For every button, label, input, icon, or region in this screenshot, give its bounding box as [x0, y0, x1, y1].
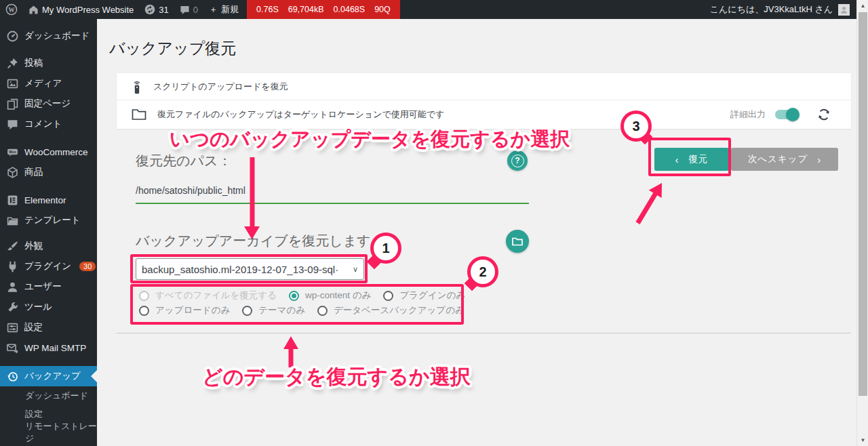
sidebar-item-wp-mail-smtp[interactable]: WP Mail SMTP	[0, 338, 97, 358]
sidebar-item-dashboard[interactable]: ダッシュボード	[0, 26, 97, 46]
step-number: 1	[382, 241, 389, 256]
panel-divider	[117, 333, 851, 333]
sidebar-item-templates[interactable]: テンプレート	[0, 210, 97, 230]
toggle-knob	[786, 108, 800, 121]
question-icon: ?	[511, 155, 524, 167]
sidebar-item-backup[interactable]: バックアップ	[0, 366, 97, 386]
pin-icon	[7, 58, 18, 69]
updates-icon	[144, 4, 155, 15]
sidebar-item-label: ユーザー	[24, 281, 62, 293]
sidebar-item-label: バックアップ	[24, 370, 81, 382]
verbose-output-toggle[interactable]	[775, 110, 798, 119]
wordpress-logo-icon[interactable]: W	[0, 0, 23, 19]
verbose-output-control: 詳細出力	[730, 100, 831, 129]
sidebar-item-label: プラグイン	[24, 260, 71, 272]
submenu-item-dashboard[interactable]: ダッシュボード	[0, 386, 97, 405]
input-underline	[136, 203, 529, 204]
user-icon	[7, 281, 18, 293]
site-menu[interactable]: My WordPress Website	[23, 0, 139, 19]
sidebar-item-label: テンプレート	[24, 214, 81, 226]
panel-row-backup-available: 復元ファイルのバックアップはターゲットロケーションで使用可能です 詳細出力	[117, 100, 851, 129]
brush-icon	[7, 241, 18, 252]
sidebar-item-label: ツール	[24, 301, 52, 313]
new-label: 新規	[221, 3, 239, 16]
stat-page-time: 0.76S	[256, 5, 279, 14]
pages-icon	[7, 98, 18, 110]
comment-icon	[180, 5, 190, 15]
annotation-top-text: いつのバックアップデータを復元するか選択	[170, 126, 570, 153]
updates-menu[interactable]: 31	[139, 0, 174, 19]
elementor-icon	[7, 195, 18, 206]
browse-archives-button[interactable]	[506, 230, 529, 253]
annotation-select-box	[130, 254, 368, 283]
query-monitor-stats[interactable]: 0.76S 69,704kB 0.0468S 90Q	[247, 0, 400, 19]
annotation-step1-circle: 1	[370, 232, 401, 264]
sidebar-item-label: メディア	[24, 77, 62, 89]
panel-row1-label: スクリプトのアップロードを復元	[153, 81, 288, 93]
skip-next-button[interactable]: 次へスキップ ›	[731, 148, 838, 171]
comments-menu[interactable]: 0	[174, 0, 203, 19]
submenu-label: リモートストレージ	[25, 420, 97, 445]
step-number: 2	[479, 264, 486, 280]
restore-panel-header: スクリプトのアップロードを復元 復元ファイルのバックアップはターゲットロケーショ…	[117, 73, 851, 129]
scrollbar-up-arrow[interactable]: ▲	[857, 3, 868, 9]
folder-white-icon	[512, 237, 523, 246]
comments-icon	[7, 119, 18, 130]
active-menu-notch	[91, 370, 97, 382]
skip-button-label: 次へスキップ	[748, 153, 808, 165]
panel-row2-label: 復元ファイルのバックアップはターゲットロケーションで使用可能です	[157, 108, 444, 121]
avatar	[838, 4, 850, 16]
plugin-update-badge: 30	[79, 262, 96, 271]
verbose-output-label: 詳細出力	[730, 108, 766, 121]
sidebar-item-settings[interactable]: 設定	[0, 317, 97, 338]
sidebar-item-label: 外観	[24, 240, 43, 252]
new-content-menu[interactable]: ＋ 新規	[203, 0, 244, 19]
sidebar-item-media[interactable]: メディア	[0, 73, 97, 94]
sidebar-item-plugins[interactable]: プラグイン 30	[0, 256, 97, 277]
sidebar-item-comments[interactable]: コメント	[0, 114, 97, 134]
scrollbar-down-arrow[interactable]: ▼	[857, 437, 868, 443]
admin-sidebar: ダッシュボード 投稿 メディア 固定ページ コメント Woo W	[0, 19, 97, 446]
sidebar-item-users[interactable]: ユーザー	[0, 277, 97, 297]
site-name: My WordPress Website	[42, 5, 134, 15]
submenu-item-remote-storage[interactable]: リモートストレージ	[0, 423, 97, 441]
account-menu[interactable]: こんにちは、JV3KkaLtkH さん	[710, 3, 856, 16]
sidebar-item-pages[interactable]: 固定ページ	[0, 94, 97, 114]
sidebar-item-products[interactable]: 商品	[0, 162, 97, 182]
submenu-label: ダッシュボード	[25, 390, 88, 402]
sidebar-item-label: 設定	[24, 321, 43, 333]
home-icon	[28, 5, 39, 15]
panel-row-upload-restore: スクリプトのアップロードを復元	[117, 73, 851, 100]
settings-icon	[7, 322, 18, 333]
sidebar-item-woocommerce[interactable]: Woo WooCommerce	[0, 142, 97, 162]
annotation-arrow-diagonal	[625, 176, 673, 231]
screen: W My WordPress Website 31 0 ＋ 新規 0.76S 6…	[0, 0, 868, 446]
folder-icon	[7, 215, 18, 226]
sidebar-item-appearance[interactable]: 外観	[0, 236, 97, 256]
plugin-icon	[7, 261, 18, 272]
stat-memory: 69,704kB	[288, 5, 324, 14]
sidebar-item-posts[interactable]: 投稿	[0, 53, 97, 73]
annotation-bottom-text: どのデータを復元するか選択	[202, 363, 471, 391]
page-title: バックアップ復元	[109, 38, 236, 59]
annotation-step2-circle: 2	[467, 256, 498, 287]
sidebar-item-tools[interactable]: ツール	[0, 297, 97, 317]
annotation-arrow-down	[239, 157, 266, 241]
admin-bar: W My WordPress Website 31 0 ＋ 新規 0.76S 6…	[0, 0, 856, 19]
remote-upload-icon	[132, 79, 142, 94]
refresh-button[interactable]	[817, 108, 831, 121]
stat-query-count: 90Q	[374, 5, 391, 14]
annotation-step3-circle: 3	[620, 110, 652, 142]
step-number: 3	[632, 119, 639, 134]
submenu-label: 設定	[25, 408, 43, 420]
mail-icon	[7, 342, 18, 354]
woocommerce-icon: Woo	[7, 146, 18, 158]
scrollbar-thumb[interactable]	[859, 12, 867, 396]
restore-path-input[interactable]: /home/satoshi/public_html	[136, 185, 515, 196]
sidebar-item-elementor[interactable]: Elementor	[0, 190, 97, 210]
restore-path-label: 復元先のパス：	[136, 152, 231, 170]
help-button[interactable]: ?	[507, 150, 528, 171]
sidebar-item-label: コメント	[24, 118, 62, 130]
plus-icon: ＋	[209, 3, 218, 16]
sidebar-item-label: WooCommerce	[24, 147, 88, 157]
